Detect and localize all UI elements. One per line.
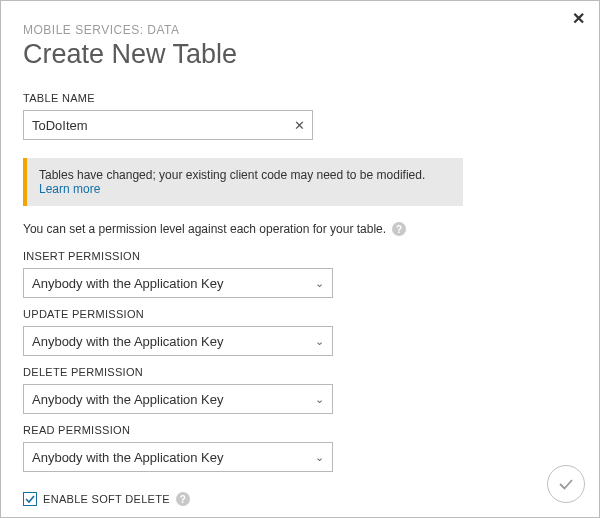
permission-description-text: You can set a permission level against e… [23,222,386,236]
table-name-label: TABLE NAME [23,92,577,104]
permission-description: You can set a permission level against e… [23,222,577,236]
chevron-down-icon: ⌄ [315,393,324,406]
read-permission-label: READ PERMISSION [23,424,577,436]
chevron-down-icon: ⌄ [315,335,324,348]
delete-permission-select[interactable]: Anybody with the Application Key ⌄ [23,384,333,414]
update-permission-label: UPDATE PERMISSION [23,308,577,320]
table-name-input-wrap[interactable]: ✕ [23,110,313,140]
info-banner-text: Tables have changed; your existing clien… [39,168,425,182]
update-permission-select[interactable]: Anybody with the Application Key ⌄ [23,326,333,356]
dialog-title: Create New Table [23,39,577,70]
checkmark-icon [25,494,35,504]
checkmark-icon [556,474,576,494]
soft-delete-row: ENABLE SOFT DELETE ? [23,492,577,506]
update-permission-value: Anybody with the Application Key [32,334,224,349]
insert-permission-value: Anybody with the Application Key [32,276,224,291]
soft-delete-label: ENABLE SOFT DELETE [43,493,170,505]
table-name-input[interactable] [24,111,286,139]
create-table-dialog: ✕ MOBILE SERVICES: DATA Create New Table… [0,0,600,518]
delete-permission-value: Anybody with the Application Key [32,392,224,407]
insert-permission-label: INSERT PERMISSION [23,250,577,262]
learn-more-link[interactable]: Learn more [39,182,100,196]
read-permission-select[interactable]: Anybody with the Application Key ⌄ [23,442,333,472]
insert-permission-select[interactable]: Anybody with the Application Key ⌄ [23,268,333,298]
soft-delete-checkbox[interactable] [23,492,37,506]
help-icon[interactable]: ? [176,492,190,506]
dialog-subheading: MOBILE SERVICES: DATA [23,23,577,37]
help-icon[interactable]: ? [392,222,406,236]
clear-input-icon[interactable]: ✕ [286,118,312,133]
delete-permission-label: DELETE PERMISSION [23,366,577,378]
chevron-down-icon: ⌄ [315,277,324,290]
read-permission-value: Anybody with the Application Key [32,450,224,465]
chevron-down-icon: ⌄ [315,451,324,464]
confirm-button[interactable] [547,465,585,503]
info-banner: Tables have changed; your existing clien… [23,158,463,206]
close-icon[interactable]: ✕ [572,11,585,27]
